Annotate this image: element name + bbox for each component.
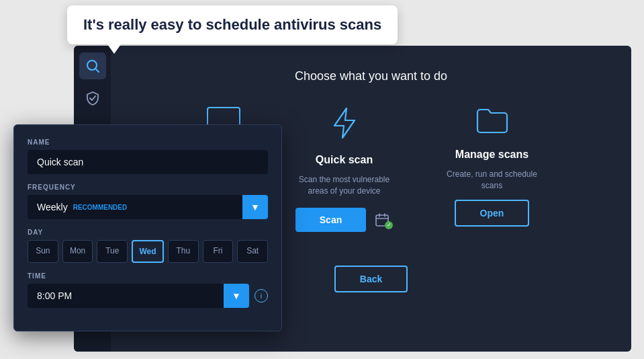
back-button[interactable]: Back — [334, 266, 408, 292]
time-value: 8:00 PM — [37, 290, 72, 301]
lightning-icon — [332, 107, 357, 143]
day-field-group: DAY Sun Mon Tue Wed Thu Fri Sat — [28, 229, 268, 263]
manage-scans-desc: Create, run and schedule scans — [445, 169, 539, 192]
time-wrapper: 8:00 PM ▼ — [28, 284, 249, 308]
frequency-label: FREQUENCY — [28, 184, 268, 191]
frequency-display[interactable]: Weekly RECOMMENDED — [28, 195, 268, 219]
day-btn-sat[interactable]: Sat — [237, 240, 268, 263]
recommended-badge: RECOMMENDED — [73, 204, 128, 211]
day-btn-tue[interactable]: Tue — [97, 240, 128, 263]
day-btn-mon[interactable]: Mon — [62, 240, 93, 263]
time-field-group: TIME 8:00 PM ▼ i — [28, 272, 268, 308]
callout-title: It's really easy to schedule antivirus s… — [83, 16, 381, 33]
folder-icon — [476, 107, 508, 138]
day-btn-fri[interactable]: Fri — [203, 240, 234, 263]
frequency-field-group: FREQUENCY Weekly RECOMMENDED ▼ — [28, 184, 268, 219]
name-input[interactable] — [28, 150, 268, 174]
time-info-icon[interactable]: i — [255, 289, 268, 303]
calendar-check-badge: ✓ — [385, 221, 393, 229]
quick-scan-title: Quick scan — [316, 154, 373, 166]
page-title: Choose what you want to do — [295, 69, 447, 83]
sidebar-icon-scan[interactable] — [79, 52, 106, 79]
day-selector: Sun Mon Tue Wed Thu Fri Sat — [28, 240, 268, 263]
day-label: DAY — [28, 229, 268, 236]
scan-button[interactable]: Scan — [295, 208, 366, 232]
name-label: NAME — [28, 138, 268, 146]
calendar-button[interactable]: ✓ — [371, 209, 393, 231]
day-btn-thu[interactable]: Thu — [168, 240, 199, 263]
option-card-quick-scan: Quick scan Scan the most vulnerable area… — [291, 107, 398, 232]
frequency-select-wrapper: Weekly RECOMMENDED ▼ — [28, 195, 268, 219]
quick-scan-desc: Scan the most vulnerable areas of your d… — [297, 174, 392, 197]
callout-box: It's really easy to schedule antivirus s… — [67, 5, 398, 44]
option-card-manage-scans: Manage scans Create, run and schedule sc… — [439, 107, 546, 232]
open-button[interactable]: Open — [455, 200, 530, 227]
schedule-panel: NAME FREQUENCY Weekly RECOMMENDED ▼ DAY … — [13, 124, 282, 331]
time-label: TIME — [28, 272, 268, 280]
time-display[interactable]: 8:00 PM — [28, 284, 249, 308]
time-dropdown-arrow[interactable]: ▼ — [224, 284, 249, 308]
scan-button-row: Scan ✓ — [295, 208, 393, 232]
day-btn-sun[interactable]: Sun — [28, 240, 58, 263]
manage-scans-title: Manage scans — [455, 149, 528, 161]
svg-line-1 — [95, 69, 99, 72]
sidebar-icon-shield[interactable] — [79, 85, 106, 112]
frequency-value: Weekly — [37, 202, 68, 212]
day-btn-wed[interactable]: Wed — [132, 240, 164, 263]
name-field-group: NAME — [28, 138, 268, 174]
